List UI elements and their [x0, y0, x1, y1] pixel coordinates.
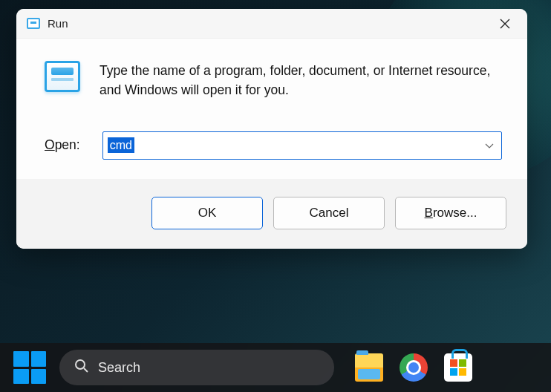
windows-logo-q4: [31, 369, 47, 385]
windows-logo-q1: [13, 351, 29, 367]
titlebar: Run: [16, 9, 527, 39]
search-icon: [74, 359, 89, 376]
button-area: OK Cancel Browse...: [16, 179, 527, 249]
run-icon: [27, 18, 40, 29]
dialog-body: Type the name of a program, folder, docu…: [16, 39, 527, 179]
file-explorer-icon[interactable]: [355, 353, 383, 382]
open-row: Open: cmd: [45, 131, 502, 160]
run-icon-large: [45, 61, 80, 92]
svg-point-0: [76, 360, 85, 369]
taskbar-search[interactable]: Search: [59, 350, 334, 385]
ok-button[interactable]: OK: [151, 197, 263, 229]
open-label: Open:: [45, 137, 80, 153]
search-placeholder: Search: [98, 360, 140, 376]
close-button[interactable]: [496, 15, 514, 33]
taskbar-icons: [355, 353, 472, 382]
run-dialog: Run Type the name of a program, folder, …: [16, 9, 527, 249]
cancel-button[interactable]: Cancel: [273, 197, 385, 229]
description-row: Type the name of a program, folder, docu…: [45, 61, 502, 100]
chrome-icon[interactable]: [400, 353, 428, 382]
windows-logo-q3: [13, 369, 29, 385]
open-combobox[interactable]: cmd: [102, 131, 502, 160]
start-button[interactable]: [13, 351, 46, 384]
dialog-title: Run: [48, 17, 68, 30]
microsoft-store-icon[interactable]: [444, 353, 472, 382]
windows-logo-q2: [31, 351, 47, 367]
title-left: Run: [27, 17, 68, 30]
store-logo-grid: [450, 359, 466, 376]
close-icon: [500, 19, 510, 29]
chevron-down-icon[interactable]: [485, 139, 494, 152]
taskbar: Search: [0, 343, 551, 392]
open-input-value: cmd: [108, 137, 134, 153]
dialog-description: Type the name of a program, folder, docu…: [100, 61, 502, 100]
browse-button[interactable]: Browse...: [395, 197, 506, 229]
